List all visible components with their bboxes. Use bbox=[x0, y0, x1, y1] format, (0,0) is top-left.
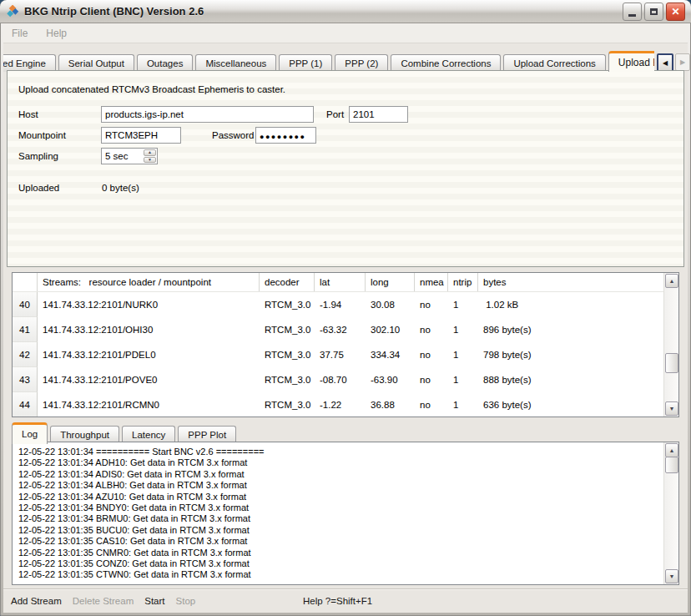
menu-help[interactable]: Help bbox=[46, 28, 67, 39]
cell-stream: 141.74.33.12:2101/PDEL0 bbox=[38, 342, 260, 367]
cell-long: 30.08 bbox=[366, 292, 415, 317]
delete-stream-button[interactable]: Delete Stream bbox=[73, 596, 134, 606]
cell-bytes: 1.02 kB bbox=[478, 292, 664, 317]
mountpoint-input[interactable]: RTCM3EPH bbox=[101, 127, 181, 144]
column-header-decoder[interactable]: decoder bbox=[260, 273, 315, 291]
cell-stream: 141.74.33.12:2101/OHI30 bbox=[38, 317, 260, 342]
client-area: FileHelp ed EngineSerial OutputOutagesMi… bbox=[3, 23, 688, 613]
streams-table-header: Streams: resource loader / mountpointdec… bbox=[13, 273, 664, 292]
log-scroll-thumb[interactable] bbox=[665, 457, 678, 473]
uploaded-value: 0 byte(s) bbox=[102, 183, 139, 193]
sampling-label: Sampling bbox=[18, 151, 58, 161]
tab-ppp-1[interactable]: PPP (1) bbox=[279, 54, 332, 72]
cell-bytes: 636 byte(s) bbox=[478, 392, 664, 417]
log-line: 12-05-22 13:01:35 CONZ0: Get data in RTC… bbox=[18, 558, 673, 569]
port-label: Port bbox=[326, 109, 344, 119]
column-header-long[interactable]: long bbox=[366, 273, 415, 291]
maximize-icon bbox=[650, 8, 658, 15]
log-tab-log[interactable]: Log bbox=[12, 422, 48, 444]
tab-ed-engine[interactable]: ed Engine bbox=[3, 54, 56, 72]
spin-up-icon: ▲ bbox=[148, 150, 152, 154]
log-tab-throughput[interactable]: Throughput bbox=[50, 426, 119, 443]
tab-ppp-2[interactable]: PPP (2) bbox=[335, 54, 388, 72]
maximize-button[interactable] bbox=[644, 3, 663, 21]
log-line: 12-05-22 13:01:35 CNMR0: Get data in RTC… bbox=[18, 548, 673, 558]
tab-upload-corrections[interactable]: Upload Corrections bbox=[503, 54, 605, 72]
log-scrollbar[interactable]: ▲ ▼ bbox=[663, 442, 678, 584]
close-button[interactable]: ✕ bbox=[666, 3, 685, 21]
cell-nmea: no bbox=[415, 367, 448, 392]
stop-button[interactable]: Stop bbox=[176, 596, 196, 606]
spin-buttons: ▲ ▼ bbox=[144, 149, 156, 163]
password-input[interactable]: ●●●●●●●● bbox=[255, 127, 316, 144]
sampling-spinner[interactable]: 5 sec ▲ ▼ bbox=[101, 148, 158, 164]
bottom-divider bbox=[3, 588, 688, 590]
column-header-streams-resource-loader-mountpoint[interactable]: Streams: resource loader / mountpoint bbox=[38, 273, 260, 291]
start-button[interactable]: Start bbox=[144, 596, 164, 606]
table-row[interactable]: 42141.74.33.12:2101/PDEL0RTCM_3.037.7533… bbox=[13, 342, 664, 367]
sampling-value: 5 sec bbox=[105, 151, 129, 161]
uploaded-label: Uploaded bbox=[18, 183, 59, 193]
log-line: 12-05-22 13:01:34 ========== Start BNC v… bbox=[18, 447, 673, 457]
cell-bytes: 888 byte(s) bbox=[478, 367, 664, 392]
menu-file[interactable]: File bbox=[12, 28, 28, 39]
cell-stream: 141.74.33.12:2101/RCMN0 bbox=[38, 392, 260, 417]
log-scroll-down-icon: ▼ bbox=[669, 573, 675, 579]
log-scroll-up-button[interactable]: ▲ bbox=[665, 443, 678, 457]
cell-decoder: RTCM_3.0 bbox=[260, 367, 315, 392]
column-header-lat[interactable]: lat bbox=[315, 273, 366, 291]
cell-lat: 37.75 bbox=[315, 342, 366, 367]
port-input[interactable]: 2101 bbox=[349, 106, 408, 123]
cell-num: 41 bbox=[13, 317, 38, 342]
cell-stream: 141.74.33.12:2101/NURK0 bbox=[38, 292, 260, 317]
tab-scroll-right-icon: ▶ bbox=[680, 58, 685, 66]
scroll-down-icon: ▼ bbox=[669, 406, 675, 412]
minimize-button[interactable] bbox=[623, 3, 642, 21]
spin-down-icon: ▼ bbox=[148, 158, 152, 162]
log-line: 12-05-22 13:01:34 BNDY0: Get data in RTC… bbox=[18, 502, 673, 513]
table-row[interactable]: 44141.74.33.12:2101/RCMN0RTCM_3.0-1.2236… bbox=[13, 392, 664, 417]
spin-down-button[interactable]: ▼ bbox=[144, 157, 156, 164]
tab-outages[interactable]: Outages bbox=[137, 54, 193, 72]
add-stream-button[interactable]: Add Stream bbox=[11, 596, 62, 606]
log-scroll-down-button[interactable]: ▼ bbox=[665, 569, 678, 583]
help-shortcut-label: Help ?=Shift+F1 bbox=[303, 596, 372, 606]
streams-scrollbar[interactable]: ▲ ▼ bbox=[663, 273, 678, 417]
panel-description: Upload concatenated RTCMv3 Broadcast Eph… bbox=[18, 84, 285, 94]
tab-scroll-right-button[interactable]: ▶ bbox=[675, 53, 690, 71]
scroll-down-button[interactable]: ▼ bbox=[665, 401, 678, 416]
tab-upload-ephemeris[interactable]: Upload Ephemeris bbox=[608, 51, 654, 72]
cell-long: 36.88 bbox=[366, 392, 415, 417]
column-header-ntrip[interactable]: ntrip bbox=[448, 273, 478, 291]
cell-nmea: no bbox=[415, 342, 448, 367]
log-view[interactable]: 12-05-22 13:01:34 ========== Start BNC v… bbox=[12, 442, 679, 585]
log-line: 12-05-22 13:01:35 CTWN0: Get data in RTC… bbox=[18, 569, 673, 580]
column-header-bytes[interactable]: bytes bbox=[478, 273, 664, 291]
cell-bytes: 896 byte(s) bbox=[478, 317, 664, 342]
column-header-blank[interactable] bbox=[13, 273, 38, 291]
host-input[interactable]: products.igs-ip.net bbox=[101, 106, 314, 123]
cell-lat: -1.94 bbox=[315, 292, 366, 317]
mountpoint-label: Mountpoint bbox=[18, 130, 66, 140]
scroll-up-button[interactable]: ▲ bbox=[665, 274, 678, 288]
column-header-nmea[interactable]: nmea bbox=[415, 273, 448, 291]
log-tab-ppp-plot[interactable]: PPP Plot bbox=[178, 426, 236, 443]
log-tab-bar: LogThroughputLatencyPPP Plot bbox=[12, 422, 596, 443]
cell-nmea: no bbox=[415, 317, 448, 342]
cell-lat: -63.32 bbox=[315, 317, 366, 342]
log-tab-latency[interactable]: Latency bbox=[122, 426, 175, 443]
log-scroll-up-icon: ▲ bbox=[669, 447, 675, 453]
settings-tab-bar: ed EngineSerial OutputOutagesMiscellaneo… bbox=[3, 50, 654, 72]
cell-ntrip: 1 bbox=[448, 292, 478, 317]
table-row[interactable]: 43141.74.33.12:2101/POVE0RTCM_3.0-08.70-… bbox=[13, 367, 664, 392]
table-row[interactable]: 41141.74.33.12:2101/OHI30RTCM_3.0-63.323… bbox=[13, 317, 664, 342]
tab-miscellaneous[interactable]: Miscellaneous bbox=[195, 54, 276, 72]
minimize-icon bbox=[628, 14, 636, 17]
cell-long: -63.90 bbox=[366, 367, 415, 392]
app-window: BKG Ntrip Client (BNC) Version 2.6 ✕ Fil… bbox=[0, 0, 691, 616]
spin-up-button[interactable]: ▲ bbox=[144, 149, 156, 156]
scroll-thumb[interactable] bbox=[665, 353, 678, 373]
tab-combine-corrections[interactable]: Combine Corrections bbox=[391, 54, 501, 72]
table-row[interactable]: 40141.74.33.12:2101/NURK0RTCM_3.0-1.9430… bbox=[13, 292, 664, 317]
tab-serial-output[interactable]: Serial Output bbox=[58, 54, 134, 72]
